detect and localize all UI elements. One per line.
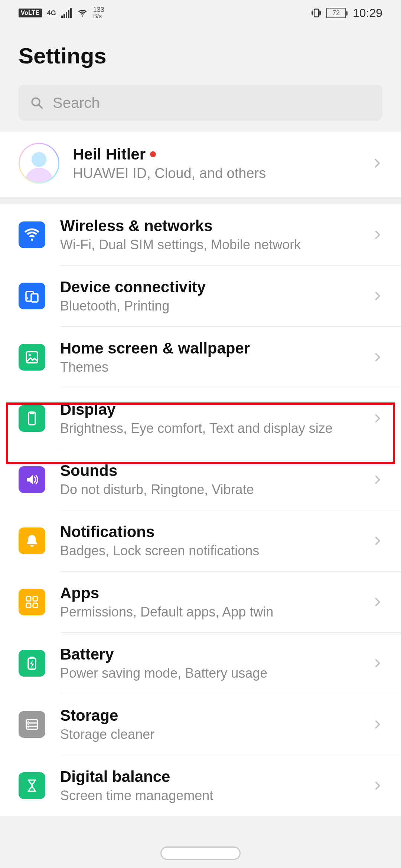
storage-icon — [19, 711, 45, 738]
chevron-right-icon — [372, 410, 382, 427]
profile-subtitle: HUAWEI ID, Cloud, and others — [73, 165, 358, 181]
status-bar: VoLTE 4G 133 B/s 72 10:29 — [0, 0, 401, 26]
settings-item-battery[interactable]: Battery Power saving mode, Battery usage — [0, 633, 401, 694]
settings-item-display[interactable]: Display Brightness, Eye comfort, Text an… — [0, 388, 401, 449]
clock-label: 10:29 — [353, 6, 382, 20]
data-rate-label: 133 B/s — [93, 6, 104, 20]
home-indicator[interactable] — [160, 846, 241, 860]
chevron-right-icon — [372, 777, 382, 794]
chevron-right-icon — [372, 533, 382, 549]
profile-name: Heil Hitler — [73, 145, 358, 163]
chevron-right-icon — [372, 471, 382, 488]
chevron-right-icon — [372, 655, 382, 671]
wifi-icon — [19, 221, 45, 248]
badge-dot-icon — [150, 151, 156, 157]
settings-item-digital[interactable]: Digital balance Screen time management — [0, 755, 401, 816]
page-header: Settings — [0, 26, 401, 85]
settings-item-title: Device connectivity — [60, 278, 357, 296]
settings-item-subtitle: Bluetooth, Printing — [60, 298, 357, 314]
settings-item-title: Digital balance — [60, 768, 357, 786]
settings-item-wireless[interactable]: Wireless & networks Wi-Fi, Dual SIM sett… — [0, 204, 401, 265]
settings-item-apps[interactable]: Apps Permissions, Default apps, App twin — [0, 572, 401, 632]
settings-item-subtitle: Brightness, Eye comfort, Text and displa… — [60, 421, 357, 436]
chevron-right-icon — [372, 594, 382, 610]
wifi-icon — [77, 9, 88, 17]
settings-item-title: Storage — [60, 707, 357, 724]
settings-item-subtitle: Wi-Fi, Dual SIM settings, Mobile network — [60, 237, 357, 253]
settings-item-subtitle: Themes — [60, 359, 357, 375]
settings-item-subtitle: Do not disturb, Ringtone, Vibrate — [60, 482, 357, 497]
grid-icon — [19, 589, 45, 615]
settings-item-subtitle: Screen time management — [60, 788, 357, 803]
search-bar[interactable] — [19, 85, 382, 121]
settings-item-subtitle: Badges, Lock screen notifications — [60, 543, 357, 559]
settings-item-storage[interactable]: Storage Storage cleaner — [0, 694, 401, 755]
settings-item-subtitle: Permissions, Default apps, App twin — [60, 604, 357, 620]
phone-icon — [19, 405, 45, 432]
chevron-right-icon — [372, 288, 382, 304]
signal-strength-icon — [61, 8, 72, 18]
svg-rect-0 — [314, 9, 319, 17]
sound-icon — [19, 466, 45, 493]
volte-badge: VoLTE — [19, 9, 42, 17]
avatar — [19, 143, 59, 184]
vibrate-icon — [311, 8, 322, 18]
battery-icon — [19, 650, 45, 677]
settings-item-notif[interactable]: Notifications Badges, Lock screen notifi… — [0, 510, 401, 571]
chevron-right-icon — [371, 154, 382, 172]
settings-item-title: Battery — [60, 645, 357, 663]
settings-item-title: Wireless & networks — [60, 217, 357, 235]
search-input[interactable] — [53, 95, 371, 111]
page-title: Settings — [19, 43, 382, 69]
chevron-right-icon — [372, 349, 382, 365]
settings-item-sounds[interactable]: Sounds Do not disturb, Ringtone, Vibrate — [0, 449, 401, 510]
chevron-right-icon — [372, 716, 382, 733]
settings-item-home[interactable]: Home screen & wallpaper Themes — [0, 327, 401, 388]
settings-item-device[interactable]: Device connectivity Bluetooth, Printing — [0, 266, 401, 326]
network-gen-label: 4G — [47, 10, 56, 16]
settings-item-title: Home screen & wallpaper — [60, 339, 357, 357]
settings-list: Wireless & networks Wi-Fi, Dual SIM sett… — [0, 204, 401, 816]
hourglass-icon — [19, 772, 45, 799]
settings-item-subtitle: Storage cleaner — [60, 727, 357, 742]
image-icon — [19, 344, 45, 371]
settings-item-subtitle: Power saving mode, Battery usage — [60, 665, 357, 681]
profile-row[interactable]: Heil Hitler HUAWEI ID, Cloud, and others — [0, 132, 401, 197]
settings-item-title: Display — [60, 401, 357, 418]
search-icon — [30, 96, 44, 110]
chevron-right-icon — [372, 227, 382, 243]
battery-indicator: 72 — [326, 8, 346, 18]
settings-item-title: Apps — [60, 584, 357, 602]
svg-line-2 — [39, 105, 42, 108]
settings-item-title: Notifications — [60, 523, 357, 541]
devices-icon — [19, 283, 45, 309]
settings-item-title: Sounds — [60, 462, 357, 480]
bell-icon — [19, 527, 45, 554]
